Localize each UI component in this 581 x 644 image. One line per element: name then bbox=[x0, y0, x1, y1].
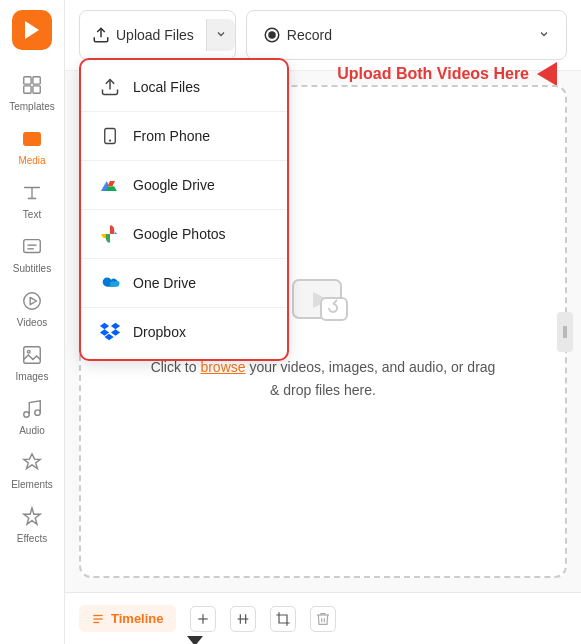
sidebar: Templates Media Text Subtitles Videos Im… bbox=[0, 0, 65, 644]
sidebar-item-videos[interactable]: Videos bbox=[0, 280, 65, 334]
dropdown-item-dropbox[interactable]: Dropbox bbox=[81, 311, 287, 353]
timeline-bar: Timeline bbox=[65, 592, 581, 644]
divider-5 bbox=[81, 307, 287, 308]
plus-icon bbox=[195, 611, 211, 627]
timeline-button[interactable]: Timeline bbox=[79, 605, 176, 632]
logo-icon bbox=[20, 18, 44, 42]
svg-rect-2 bbox=[24, 86, 31, 93]
upload-icon bbox=[92, 26, 110, 44]
onedrive-icon bbox=[99, 272, 121, 294]
split-icon bbox=[235, 611, 251, 627]
svg-rect-23 bbox=[321, 298, 347, 320]
subtitles-icon bbox=[19, 234, 45, 260]
sidebar-label-effects: Effects bbox=[17, 533, 47, 544]
svg-rect-3 bbox=[33, 86, 40, 93]
phone-icon bbox=[99, 125, 121, 147]
handle-icon bbox=[561, 322, 569, 342]
effects-icon bbox=[19, 504, 45, 530]
upload-area-text: Click to browse your videos, images, and… bbox=[151, 356, 496, 401]
grid-icon bbox=[19, 72, 45, 98]
dropdown-label-gdrive: Google Drive bbox=[133, 177, 215, 193]
sidebar-item-media[interactable]: Media bbox=[0, 118, 65, 172]
delete-button[interactable] bbox=[310, 606, 336, 632]
split-button[interactable] bbox=[230, 606, 256, 632]
sidebar-label-images: Images bbox=[16, 371, 49, 382]
svg-point-14 bbox=[35, 410, 41, 416]
svg-point-12 bbox=[27, 350, 30, 353]
dropdown-label-phone: From Phone bbox=[133, 128, 210, 144]
sidebar-item-subtitles[interactable]: Subtitles bbox=[0, 226, 65, 280]
trash-icon bbox=[315, 611, 331, 627]
svg-rect-11 bbox=[24, 347, 41, 364]
dropdown-item-gphotos[interactable]: Google Photos bbox=[81, 213, 287, 255]
timeline-icon bbox=[91, 612, 105, 626]
audio-icon bbox=[19, 396, 45, 422]
media-icon bbox=[19, 126, 45, 152]
app-logo bbox=[12, 10, 52, 50]
sidebar-label-audio: Audio bbox=[19, 425, 45, 436]
svg-marker-10 bbox=[30, 297, 36, 304]
dropdown-label-gphotos: Google Photos bbox=[133, 226, 226, 242]
record-label: Record bbox=[287, 27, 332, 43]
dropdown-item-gdrive[interactable]: Google Drive bbox=[81, 164, 287, 206]
sidebar-label-subtitles: Subtitles bbox=[13, 263, 51, 274]
upload-text-before: Click to bbox=[151, 359, 201, 375]
browse-link[interactable]: browse bbox=[200, 359, 245, 375]
dropdown-item-phone[interactable]: From Phone bbox=[81, 115, 287, 157]
sidebar-item-effects[interactable]: Effects bbox=[0, 496, 65, 550]
sidebar-item-templates[interactable]: Templates bbox=[0, 64, 65, 118]
upload-files-button[interactable]: Upload Files bbox=[79, 10, 236, 60]
svg-rect-1 bbox=[33, 77, 40, 84]
videos-icon bbox=[19, 288, 45, 314]
upload-files-label: Upload Files bbox=[116, 27, 194, 43]
dropdown-label-onedrive: One Drive bbox=[133, 275, 196, 291]
crop-icon bbox=[275, 611, 291, 627]
svg-point-9 bbox=[24, 293, 41, 310]
sidebar-label-templates: Templates bbox=[9, 101, 55, 112]
add-clip-button[interactable] bbox=[190, 606, 216, 632]
right-panel-handle[interactable] bbox=[557, 312, 573, 352]
dropdown-label-dropbox: Dropbox bbox=[133, 324, 186, 340]
sidebar-item-text[interactable]: Text bbox=[0, 172, 65, 226]
images-icon bbox=[19, 342, 45, 368]
sidebar-label-elements: Elements bbox=[11, 479, 53, 490]
upload-text-after: your videos, images, and audio, or drag&… bbox=[246, 359, 496, 397]
record-icon bbox=[263, 26, 281, 44]
dropdown-item-onedrive[interactable]: One Drive bbox=[81, 262, 287, 304]
elements-icon bbox=[19, 450, 45, 476]
divider-3 bbox=[81, 209, 287, 210]
playhead bbox=[187, 636, 203, 644]
dropbox-icon bbox=[99, 321, 121, 343]
timeline-label: Timeline bbox=[111, 611, 164, 626]
upload-area-icon bbox=[283, 262, 363, 342]
divider-1 bbox=[81, 111, 287, 112]
crop-button[interactable] bbox=[270, 606, 296, 632]
sidebar-label-media: Media bbox=[18, 155, 45, 166]
record-chevron[interactable] bbox=[538, 27, 550, 43]
chevron-down-icon bbox=[215, 28, 227, 40]
sidebar-item-elements[interactable]: Elements bbox=[0, 442, 65, 496]
sidebar-item-audio[interactable]: Audio bbox=[0, 388, 65, 442]
google-photos-icon bbox=[99, 223, 121, 245]
svg-point-17 bbox=[269, 32, 275, 38]
google-drive-icon bbox=[99, 174, 121, 196]
dropdown-item-local[interactable]: Local Files bbox=[81, 66, 287, 108]
text-icon bbox=[19, 180, 45, 206]
divider-2 bbox=[81, 160, 287, 161]
upload-chevron[interactable] bbox=[206, 19, 235, 51]
svg-point-13 bbox=[24, 412, 30, 418]
main-content: Upload Files Record bbox=[65, 0, 581, 644]
local-files-icon bbox=[99, 76, 121, 98]
record-button[interactable]: Record bbox=[246, 10, 567, 60]
sidebar-label-text: Text bbox=[23, 209, 41, 220]
sidebar-label-videos: Videos bbox=[17, 317, 47, 328]
chevron-down-icon-2 bbox=[538, 28, 550, 40]
divider-4 bbox=[81, 258, 287, 259]
svg-rect-0 bbox=[24, 77, 31, 84]
upload-dropdown: Local Files From Phone bbox=[79, 58, 289, 361]
dropdown-label-local: Local Files bbox=[133, 79, 200, 95]
svg-rect-6 bbox=[24, 240, 41, 253]
sidebar-item-images[interactable]: Images bbox=[0, 334, 65, 388]
